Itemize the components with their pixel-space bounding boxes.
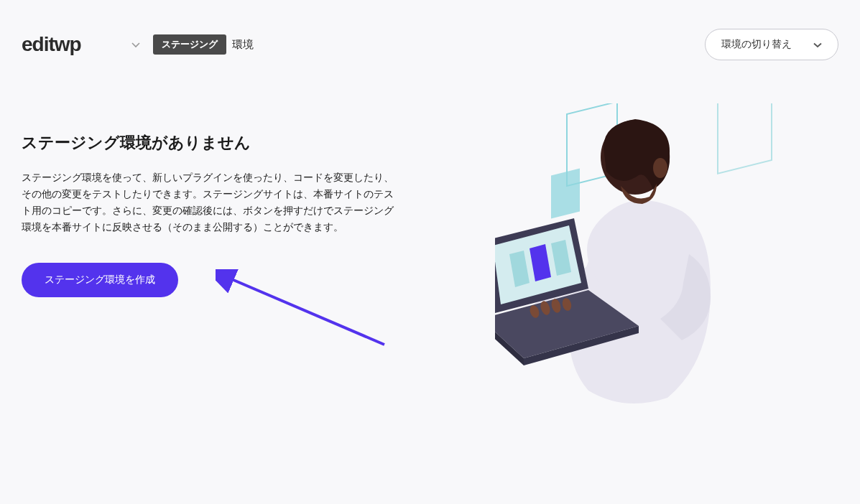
chevron-down-icon (813, 39, 822, 50)
site-selector[interactable]: editwp (22, 33, 140, 56)
page-title: ステージング環境がありません (22, 132, 410, 154)
chevron-down-icon (131, 38, 140, 51)
illustration (453, 103, 838, 412)
header: editwp ステージング 環境 環境の切り替え (0, 0, 860, 75)
environment-switch-dropdown[interactable]: 環境の切り替え (705, 29, 838, 60)
env-label: 環境 (232, 38, 254, 52)
main-content: ステージング環境がありません ステージング環境を使って、新しいプラグインを使った… (0, 75, 860, 434)
site-name: editwp (22, 33, 81, 56)
page-description: ステージング環境を使って、新しいプラグインを使ったり、コードを変更したり、その他… (22, 169, 402, 235)
create-staging-button[interactable]: ステージング環境を作成 (22, 263, 178, 297)
svg-rect-2 (718, 103, 772, 174)
person-laptop-illustration (495, 103, 797, 412)
empty-state-text: ステージング環境がありません ステージング環境を使って、新しいプラグインを使った… (22, 132, 410, 412)
env-switch-label: 環境の切り替え (721, 38, 792, 51)
staging-badge: ステージング (153, 34, 226, 55)
svg-point-4 (653, 158, 667, 178)
svg-rect-1 (551, 169, 580, 219)
